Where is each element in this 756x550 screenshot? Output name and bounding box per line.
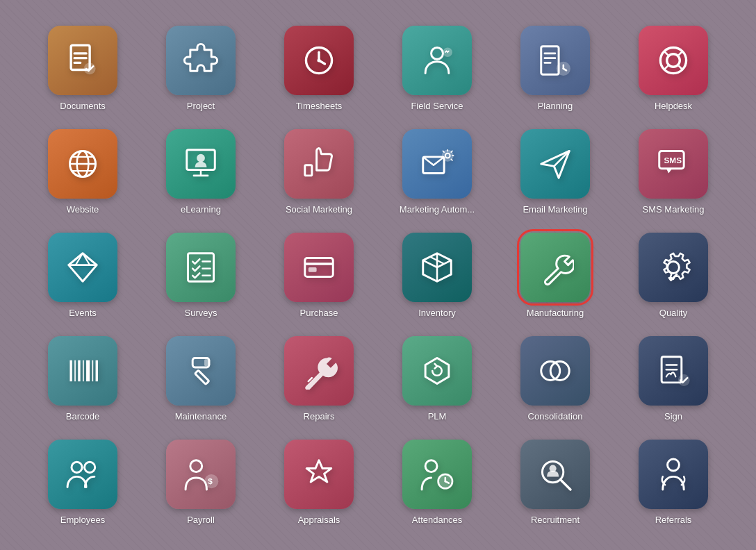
app-icon-events xyxy=(48,233,117,302)
app-icon-appraisals xyxy=(284,440,354,509)
svg-rect-52 xyxy=(305,258,334,276)
app-item-maintenance[interactable]: Maintenance xyxy=(145,331,256,427)
app-item-plm[interactable]: PLM xyxy=(381,331,493,427)
app-icon-repairs xyxy=(284,336,354,406)
app-icon-barcode xyxy=(48,336,117,406)
app-icon-marketing-auto xyxy=(402,129,472,199)
app-icon-project xyxy=(166,26,236,95)
app-item-surveys[interactable]: Surveys xyxy=(145,227,256,324)
app-label-barcode: Barcode xyxy=(66,411,99,422)
app-icon-recruitment xyxy=(520,440,590,509)
app-item-elearning[interactable]: eLearning xyxy=(145,124,256,220)
app-icon-referrals xyxy=(639,440,708,509)
app-icon-inventory xyxy=(402,233,472,302)
app-item-manufacturing[interactable]: Manufacturing xyxy=(500,227,611,324)
app-icon-maintenance xyxy=(166,336,236,406)
app-icon-documents xyxy=(48,26,117,95)
svg-rect-48 xyxy=(188,253,213,281)
app-label-purchase: Purchase xyxy=(300,308,338,318)
app-label-events: Events xyxy=(69,308,97,318)
svg-rect-54 xyxy=(309,267,317,272)
svg-point-77 xyxy=(190,460,202,472)
svg-line-20 xyxy=(664,51,668,55)
app-icon-plm xyxy=(402,336,472,406)
app-item-timesheets[interactable]: Timesheets xyxy=(263,20,375,117)
app-label-sms-marketing: SMS Marketing xyxy=(643,204,705,215)
app-icon-purchase xyxy=(284,233,354,302)
app-item-inventory[interactable]: Inventory xyxy=(381,227,493,324)
svg-rect-33 xyxy=(305,165,312,175)
svg-rect-67 xyxy=(204,359,210,366)
app-item-documents[interactable]: Documents xyxy=(27,20,138,117)
app-item-social-marketing[interactable]: Social Marketing xyxy=(263,124,375,220)
app-item-appraisals[interactable]: Appraisals xyxy=(263,434,375,531)
app-icon-elearning xyxy=(166,129,236,199)
app-item-purchase[interactable]: Purchase xyxy=(263,227,375,324)
app-label-social-marketing: Social Marketing xyxy=(286,204,352,215)
app-icon-sign xyxy=(639,336,708,406)
app-item-marketing-auto[interactable]: Marketing Autom... xyxy=(381,124,493,220)
app-item-repairs[interactable]: Repairs xyxy=(263,331,375,427)
app-item-sms-marketing[interactable]: SMSSMS Marketing xyxy=(618,124,729,220)
app-item-consolidation[interactable]: Consolidation xyxy=(500,331,611,427)
app-item-payroll[interactable]: $Payroll xyxy=(145,434,256,531)
app-label-quality: Quality xyxy=(659,308,687,318)
app-item-referrals[interactable]: Referrals xyxy=(618,434,729,531)
app-item-planning[interactable]: Planning xyxy=(500,20,611,117)
svg-point-9 xyxy=(432,47,443,59)
app-label-elearning: eLearning xyxy=(181,204,221,215)
app-label-project: Project xyxy=(187,101,215,111)
svg-rect-62 xyxy=(86,360,90,381)
svg-line-21 xyxy=(679,51,683,55)
svg-point-8 xyxy=(317,58,320,62)
app-grid: DocumentsProjectTimesheetsField ServiceP… xyxy=(13,6,743,544)
app-icon-social-marketing xyxy=(284,129,354,199)
svg-text:SMS: SMS xyxy=(664,156,682,165)
app-item-helpdesk[interactable]: Helpdesk xyxy=(618,20,729,117)
app-label-employees: Employees xyxy=(60,515,105,525)
app-label-helpdesk: Helpdesk xyxy=(655,101,692,111)
app-label-repairs: Repairs xyxy=(304,411,335,422)
app-icon-surveys xyxy=(166,233,236,302)
app-item-field-service[interactable]: Field Service xyxy=(381,20,493,117)
app-label-attendances: Attendances xyxy=(412,515,462,525)
svg-point-80 xyxy=(425,460,437,472)
svg-line-39 xyxy=(451,151,452,152)
app-item-events[interactable]: Events xyxy=(27,227,138,324)
app-label-plm: PLM xyxy=(428,411,447,422)
svg-rect-59 xyxy=(74,360,76,381)
app-item-website[interactable]: Website xyxy=(27,124,138,220)
svg-text:$: $ xyxy=(208,476,213,486)
app-icon-field-service xyxy=(402,26,472,95)
app-label-inventory: Inventory xyxy=(418,308,455,318)
app-icon-planning xyxy=(520,26,590,95)
app-label-surveys: Surveys xyxy=(185,308,217,318)
svg-line-23 xyxy=(679,65,683,69)
app-label-maintenance: Maintenance xyxy=(175,411,227,422)
svg-rect-11 xyxy=(541,46,559,74)
app-item-quality[interactable]: Quality xyxy=(618,227,729,324)
svg-line-41 xyxy=(451,159,452,160)
svg-rect-64 xyxy=(96,360,98,381)
svg-point-75 xyxy=(72,462,82,472)
svg-line-22 xyxy=(664,65,668,69)
app-label-manufacturing: Manufacturing xyxy=(527,308,584,318)
app-icon-email-marketing xyxy=(520,129,590,199)
svg-rect-61 xyxy=(83,360,84,381)
app-item-project[interactable]: Project xyxy=(145,20,256,117)
app-label-payroll: Payroll xyxy=(187,515,215,525)
app-item-attendances[interactable]: Attendances xyxy=(381,434,493,531)
svg-line-86 xyxy=(561,480,570,490)
app-icon-payroll: $ xyxy=(166,440,236,509)
app-label-documents: Documents xyxy=(60,101,106,111)
app-item-sign[interactable]: Sign xyxy=(618,331,729,427)
svg-rect-60 xyxy=(78,360,80,381)
app-item-recruitment[interactable]: Recruitment xyxy=(500,434,611,531)
app-icon-consolidation xyxy=(520,336,590,406)
app-icon-sms-marketing: SMS xyxy=(639,129,708,199)
app-label-appraisals: Appraisals xyxy=(298,515,340,525)
app-item-barcode[interactable]: Barcode xyxy=(27,331,138,427)
app-label-field-service: Field Service xyxy=(411,101,463,111)
app-item-email-marketing[interactable]: Email Marketing xyxy=(500,124,611,220)
app-item-employees[interactable]: Employees xyxy=(27,434,138,531)
